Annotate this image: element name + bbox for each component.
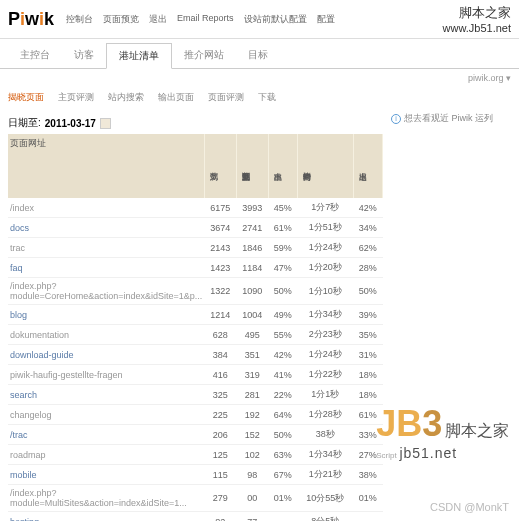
sub-tabs: 揭晓页面 主页评测 站内搜索 输出页面 页面评测 下载 [0,87,519,108]
table-row[interactable]: blog1214100449%1分34秒39% [8,305,383,325]
col-time[interactable]: 平均停留时间 [297,134,353,198]
cell-value: 45% [268,198,297,218]
cell-value: 1分10秒 [297,278,353,305]
subtab-item[interactable]: 输出页面 [158,91,194,104]
tab-dashboard[interactable]: 主控台 [8,43,62,68]
cell-url: changelog [8,405,204,425]
cell-value: 8分5秒 [297,512,353,522]
cell-value: 39% [353,305,382,325]
cell-value: 61% [268,218,297,238]
cell-url: download-guide [8,345,204,365]
topnav-item[interactable]: Email Reports [177,13,234,26]
cell-url: /index [8,198,204,218]
cell-value: 1423 [204,258,236,278]
cell-value: 82 [204,512,236,522]
topnav-item[interactable]: 设站前默认配置 [244,13,307,26]
date-bar: 日期至: 2011-03-17 [8,112,383,134]
cell-value: 192 [236,405,268,425]
date-label: 日期至: [8,116,41,130]
info-icon[interactable]: i [391,114,401,124]
table-row[interactable]: hosting82778分5秒 [8,512,383,522]
table-row[interactable]: changelog22519264%1分28秒61% [8,405,383,425]
cell-value: 01% [353,485,382,512]
table-row[interactable]: faq1423118447%1分20秒28% [8,258,383,278]
calendar-icon[interactable] [100,118,111,129]
topnav-item[interactable]: 页面预览 [103,13,139,26]
cell-value: 59% [268,238,297,258]
cell-value: 01% [268,485,297,512]
cell-url: faq [8,258,204,278]
help-panel: i想去看观近 Piwik 运列 [391,112,511,521]
cell-value: 00 [236,485,268,512]
cell-value [353,512,382,522]
cell-value: 2分23秒 [297,325,353,345]
chevron-down-icon: ▾ [506,73,511,83]
cell-value: 495 [236,325,268,345]
col-views[interactable]: 浏览数 [204,134,236,198]
cell-value: 2741 [236,218,268,238]
tab-visitors[interactable]: 访客 [62,43,106,68]
cell-url: dokumentation [8,325,204,345]
cell-value: 1分22秒 [297,365,353,385]
cell-value: 1分24秒 [297,345,353,365]
subtab-item[interactable]: 页面评测 [208,91,244,104]
col-exit[interactable]: 退出率 [353,134,382,198]
table-row[interactable]: /index6175399345%1分7秒42% [8,198,383,218]
cell-value: 1分28秒 [297,405,353,425]
cell-value: 281 [236,385,268,405]
cell-value: 22% [268,385,297,405]
cell-value: 1分21秒 [297,465,353,485]
cell-value: 67% [268,465,297,485]
subtab-item[interactable]: 下载 [258,91,276,104]
pages-table: 页面网址 浏览数 独到不重复浏览数 跳出率 平均停留时间 退出率 /index6… [8,134,383,521]
cell-value: 3993 [236,198,268,218]
table-row[interactable]: docs3674274161%1分51秒34% [8,218,383,238]
cell-value: 1分34秒 [297,305,353,325]
tab-referrers[interactable]: 推介网站 [172,43,236,68]
table-row[interactable]: roadmap12510263%1分34秒27% [8,445,383,465]
cell-value: 115 [204,465,236,485]
cell-value: 1分24秒 [297,238,353,258]
table-row[interactable]: trac2143184659%1分24秒62% [8,238,383,258]
tab-goals[interactable]: 目标 [236,43,280,68]
cell-value: 384 [204,345,236,365]
cell-value: 1004 [236,305,268,325]
cell-url: /trac [8,425,204,445]
cell-value: 3674 [204,218,236,238]
cell-value: 1322 [204,278,236,305]
table-row[interactable]: search32528122%1分1秒18% [8,385,383,405]
cell-url: roadmap [8,445,204,465]
date-value[interactable]: 2011-03-17 [45,118,96,129]
topnav-item[interactable]: 退出 [149,13,167,26]
table-row[interactable]: mobile1159867%1分21秒38% [8,465,383,485]
topnav-item[interactable]: 控制台 [66,13,93,26]
col-unique[interactable]: 独到不重复浏览数 [236,134,268,198]
cell-value: 1214 [204,305,236,325]
site-selector[interactable]: piwik.org ▾ [0,69,519,87]
cell-value: 351 [236,345,268,365]
cell-value: 6175 [204,198,236,218]
table-row[interactable]: /index.php?module=MultiSites&action=inde… [8,485,383,512]
top-nav: 控制台 页面预览 退出 Email Reports 设站前默认配置 配置 [66,13,335,26]
col-bounce[interactable]: 跳出率 [268,134,297,198]
tab-actions[interactable]: 港址清单 [106,43,172,69]
cell-value: 42% [353,198,382,218]
cell-value: 10分55秒 [297,485,353,512]
cell-value: 63% [268,445,297,465]
cell-value: 325 [204,385,236,405]
cell-value: 50% [353,278,382,305]
topnav-item[interactable]: 配置 [317,13,335,26]
cell-value: 49% [268,305,297,325]
table-row[interactable]: dokumentation62849555%2分23秒35% [8,325,383,345]
table-row[interactable]: /trac20615250%38秒33% [8,425,383,445]
header-watermark: 脚本之家 www.Jb51.net [443,4,511,34]
subtab-pages[interactable]: 揭晓页面 [8,91,44,104]
cell-value: 225 [204,405,236,425]
table-row[interactable]: piwik-haufig-gestellte-fragen41631941%1分… [8,365,383,385]
subtab-item[interactable]: 站内搜索 [108,91,144,104]
col-url[interactable]: 页面网址 [8,134,204,198]
subtab-item[interactable]: 主页评测 [58,91,94,104]
table-row[interactable]: download-guide38435142%1分24秒31% [8,345,383,365]
table-row[interactable]: /index.php?module=CoreHome&action=index&… [8,278,383,305]
cell-value: 1分7秒 [297,198,353,218]
